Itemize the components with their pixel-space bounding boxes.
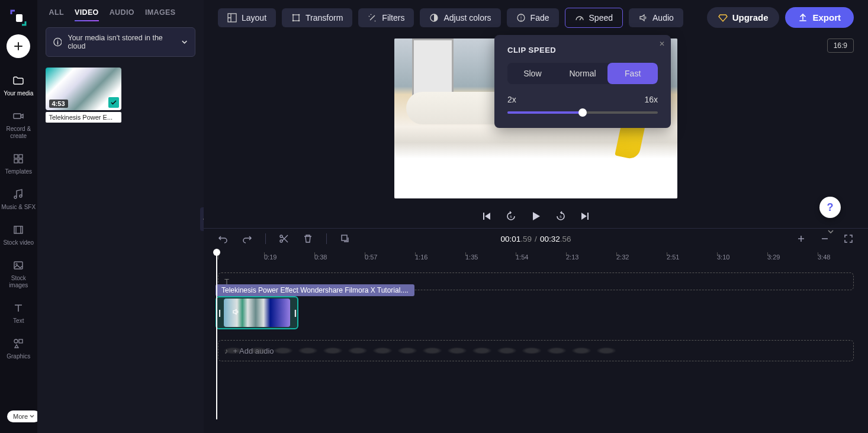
slider-max: 16x — [644, 95, 658, 104]
timeline-clip-title: Telekinesis Power Effect Wondershare Fil… — [216, 284, 414, 296]
timeline-ruler[interactable]: 0:19 0:38 0:57 1:16 1:35 1:54 2:13 2:32 … — [204, 249, 868, 265]
transform-icon — [291, 13, 301, 23]
rewind-5-button[interactable]: 5 — [505, 210, 517, 222]
transform-button[interactable]: Transform — [282, 8, 352, 27]
fade-button[interactable]: Fade — [507, 8, 559, 27]
play-button[interactable] — [530, 210, 542, 222]
slider-labels: 2x 16x — [507, 95, 658, 104]
tab-images[interactable]: IMAGES — [145, 8, 176, 21]
speed-button[interactable]: Speed — [565, 8, 623, 28]
help-button[interactable]: ? — [819, 197, 841, 218]
sidebar-item-label: Record & create — [1, 126, 36, 140]
speed-icon — [575, 13, 584, 23]
svg-rect-4 — [14, 159, 18, 163]
folder-icon — [12, 75, 24, 86]
svg-point-23 — [280, 235, 282, 238]
sidebar-item-media[interactable]: Your media — [1, 75, 36, 97]
ruler-tick: 3:29 — [767, 254, 818, 261]
clip-thumbnail: 4:53 — [46, 68, 121, 110]
svg-text:5: 5 — [560, 215, 562, 219]
speed-fast-button[interactable]: Fast — [607, 63, 658, 84]
image-icon — [12, 259, 24, 271]
sidebar-item-label: Stock images — [1, 275, 36, 289]
trim-handle-left[interactable]: || — [218, 309, 220, 317]
sidebar-item-text[interactable]: Text — [1, 302, 36, 325]
svg-rect-8 — [14, 262, 22, 269]
zoom-in-button[interactable] — [796, 233, 806, 244]
audio-track[interactable]: ♪ + Add audio — [218, 340, 854, 361]
undo-button[interactable] — [218, 233, 229, 244]
button-label: Upgrade — [732, 12, 769, 23]
timeline-tools: 00:01.59/00:32.56 — [204, 229, 868, 249]
fade-icon — [516, 13, 526, 23]
playhead[interactable] — [216, 249, 217, 419]
media-clip[interactable]: 4:53 Telekinesis Power E... — [46, 68, 121, 123]
close-icon[interactable]: ✕ — [659, 40, 665, 48]
upload-icon — [798, 13, 808, 23]
media-tabs: ALL VIDEO AUDIO IMAGES — [46, 0, 196, 27]
video-track[interactable]: Telekinesis Power Effect Wondershare Fil… — [218, 297, 854, 333]
svg-point-6 — [20, 195, 22, 197]
ruler-tick: 3:48 — [818, 254, 868, 261]
edit-toolbar: Layout Transform Filters Adjust colors F… — [204, 0, 868, 35]
slider-thumb[interactable] — [578, 108, 587, 117]
sidebar-item-label: Your media — [4, 90, 33, 97]
fit-button[interactable] — [843, 233, 854, 244]
speed-normal-button[interactable]: Normal — [558, 63, 608, 84]
clip-added-badge — [108, 97, 119, 108]
tab-audio[interactable]: AUDIO — [110, 8, 134, 21]
delete-button[interactable] — [303, 233, 313, 244]
audio-button[interactable]: Audio — [629, 8, 683, 27]
shapes-icon — [12, 338, 24, 349]
timeline: 00:01.59/00:32.56 0:19 0:38 0:57 1:16 1:… — [204, 228, 868, 433]
forward-5-button[interactable]: 5 — [555, 210, 567, 222]
sidebar-item-music[interactable]: Music & SFX — [1, 188, 36, 211]
add-media-button[interactable] — [7, 34, 30, 58]
zoom-out-button[interactable] — [819, 233, 830, 244]
duplicate-button[interactable] — [340, 233, 351, 244]
contrast-icon — [429, 13, 439, 23]
layout-button[interactable]: Layout — [218, 8, 276, 27]
film-icon — [12, 224, 24, 236]
ruler-tick: 0:19 — [264, 254, 314, 261]
skip-start-button[interactable] — [480, 210, 492, 222]
speed-slider[interactable] — [507, 111, 658, 114]
svg-rect-14 — [293, 15, 299, 21]
export-button[interactable]: Export — [785, 7, 854, 28]
filters-button[interactable]: Filters — [358, 8, 414, 27]
upgrade-button[interactable]: Upgrade — [707, 7, 780, 28]
aspect-ratio-button[interactable]: 16:9 — [827, 39, 854, 53]
ruler-tick: 0:38 — [314, 254, 365, 261]
app-logo — [10, 9, 27, 26]
sidebar-item-stockimages[interactable]: Stock images — [1, 259, 36, 289]
ruler-tick: 0:57 — [365, 254, 415, 261]
diamond-icon — [718, 13, 728, 23]
ruler-tick: 1:35 — [465, 254, 516, 261]
timeline-clip[interactable]: || || — [216, 296, 298, 329]
sidebar-item-templates[interactable]: Templates — [1, 153, 36, 175]
plus-icon — [14, 41, 23, 51]
sidebar-item-stockvideo[interactable]: Stock video — [1, 224, 36, 246]
cloud-storage-note[interactable]: Your media isn't stored in the cloud — [46, 27, 196, 57]
adjust-colors-button[interactable]: Adjust colors — [420, 8, 500, 27]
sidebar-item-graphics[interactable]: Graphics — [1, 338, 36, 360]
speaker-icon — [638, 13, 648, 23]
media-panel: ALL VIDEO AUDIO IMAGES Your media isn't … — [37, 0, 204, 433]
sidebar-item-label: Stock video — [3, 239, 34, 246]
redo-button[interactable] — [242, 233, 252, 244]
layout-icon — [227, 13, 237, 23]
speed-slow-button[interactable]: Slow — [507, 63, 558, 84]
more-button[interactable]: More — [7, 410, 40, 422]
skip-end-button[interactable] — [580, 210, 591, 222]
ruler-tick: 2:13 — [566, 254, 616, 261]
trim-handle-right[interactable]: || — [294, 309, 295, 317]
button-label: Fade — [531, 13, 549, 23]
left-rail: Your media Record & create Templates Mus… — [0, 0, 37, 433]
tab-video[interactable]: VIDEO — [75, 8, 99, 21]
templates-icon — [12, 153, 24, 165]
tab-all[interactable]: ALL — [49, 8, 64, 21]
sidebar-item-record[interactable]: Record & create — [1, 110, 36, 140]
popover-title: CLIP SPEED — [507, 46, 658, 54]
clip-duration: 4:53 — [49, 100, 68, 108]
split-button[interactable] — [279, 233, 290, 244]
